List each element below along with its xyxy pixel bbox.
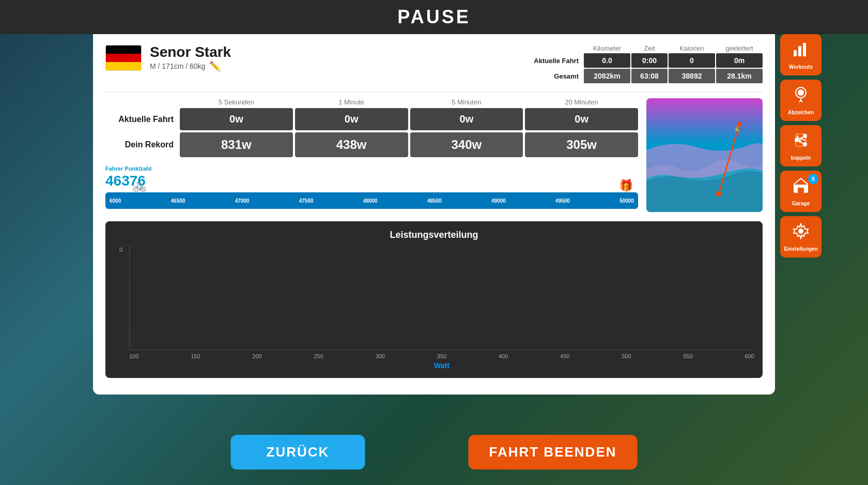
bottom-buttons: ZURÜCK FAHRT BEENDEN bbox=[230, 435, 637, 469]
divider-1 bbox=[105, 92, 763, 92]
svg-rect-0 bbox=[794, 50, 797, 56]
koppeln-label: koppeln bbox=[791, 155, 811, 161]
settings-icon bbox=[792, 222, 810, 244]
power-label-rekord: Dein Rekord bbox=[105, 132, 178, 157]
power-rekord-1min: 438w bbox=[295, 132, 408, 157]
x-label-400: 400 bbox=[499, 353, 508, 359]
points-ticks: 6000 46500 47000 47500 48000 48500 49000… bbox=[105, 198, 638, 204]
points-bar-inner: 6000 46500 47000 47500 48000 48500 49000… bbox=[105, 192, 638, 209]
garage-badge: 5 bbox=[808, 174, 818, 184]
chart-y-label: 0 bbox=[119, 247, 122, 253]
sidebar-btn-koppeln[interactable]: koppeln bbox=[780, 125, 822, 166]
profile-left: Senor Stark M / 171cm / 60kg ✏️ bbox=[105, 44, 231, 72]
stat-aktuelle-km: 0.0 bbox=[584, 53, 630, 68]
power-section: 5 Sekunden 1 Minute 5 Minuten 20 Minuten… bbox=[105, 98, 763, 215]
sidebar-btn-garage[interactable]: 5 Garage bbox=[780, 171, 822, 212]
x-label-100: 100 bbox=[129, 353, 138, 359]
power-rekord-20min: 305w bbox=[525, 132, 638, 157]
x-label-150: 150 bbox=[191, 353, 200, 359]
power-table: 5 Sekunden 1 Minute 5 Minuten 20 Minuten… bbox=[105, 98, 638, 215]
stats-grid: Kilometer Zeit Kalorien geklettert Aktue… bbox=[534, 44, 763, 83]
col-header-zeit: Zeit bbox=[631, 44, 668, 52]
power-aktuelle-20min: 0w bbox=[525, 108, 638, 130]
tick-5: 48500 bbox=[427, 198, 442, 204]
chart-x-labels: 100 150 200 250 300 350 400 450 500 550 … bbox=[129, 353, 754, 359]
points-section: Fahrer Punktzahl 46376 🚲 🎁 6000 46500 47… bbox=[105, 165, 638, 209]
tick-7: 49500 bbox=[555, 198, 570, 204]
points-value: 46376 bbox=[105, 173, 638, 189]
power-row-aktuelle: Aktuelle Fahrt 0w 0w 0w 0w bbox=[105, 108, 638, 130]
svg-point-16 bbox=[798, 229, 803, 234]
col-header-kalorien: Kalorien bbox=[669, 44, 715, 52]
einstellungen-label: Einstellungen bbox=[784, 246, 818, 252]
map-background: 🚴 bbox=[646, 98, 763, 212]
back-button[interactable]: ZURÜCK bbox=[230, 435, 365, 469]
svg-rect-1 bbox=[798, 46, 801, 56]
chart-title: Leistungsverteilung bbox=[114, 230, 754, 240]
stats-section: Kilometer Zeit Kalorien geklettert Aktue… bbox=[534, 44, 763, 83]
sidebar-btn-workouts[interactable]: Workouts bbox=[780, 34, 822, 75]
chart-section: Leistungsverteilung 0 100 150 200 250 bbox=[105, 221, 763, 378]
stat-gesamt-kalorien: 38892 bbox=[669, 69, 715, 83]
sidebar-btn-einstellungen[interactable]: Einstellungen bbox=[780, 216, 822, 257]
tick-2: 47000 bbox=[235, 198, 250, 204]
power-aktuelle-1min: 0w bbox=[295, 108, 408, 130]
power-col-5sek: 5 Sekunden bbox=[180, 98, 293, 106]
connect-icon bbox=[792, 131, 810, 153]
edit-icon[interactable]: ✏️ bbox=[209, 60, 221, 72]
x-label-500: 500 bbox=[622, 353, 631, 359]
power-label-aktuelle: Aktuelle Fahrt bbox=[105, 108, 178, 130]
power-col-20min: 20 Minuten bbox=[525, 98, 638, 106]
abzeichen-label: Abzeichen bbox=[788, 110, 814, 115]
x-label-450: 450 bbox=[560, 353, 569, 359]
power-rekord-5min: 340w bbox=[410, 132, 523, 157]
sidebar-btn-abzeichen[interactable]: Abzeichen bbox=[780, 80, 822, 121]
bar-chart-icon bbox=[792, 40, 810, 62]
gift-icon: 🎁 bbox=[619, 179, 633, 192]
svg-point-7 bbox=[803, 134, 807, 138]
garage-icon bbox=[792, 176, 810, 199]
x-label-200: 200 bbox=[252, 353, 261, 359]
badge-icon bbox=[792, 85, 810, 108]
end-ride-button[interactable]: FAHRT BEENDEN bbox=[468, 435, 637, 469]
stat-aktuelle-zeit: 0:00 bbox=[631, 53, 668, 68]
stat-aktuelle-kalorien: 0 bbox=[669, 53, 715, 68]
svg-point-20 bbox=[716, 191, 721, 196]
profile-section: Senor Stark M / 171cm / 60kg ✏️ Kilomete… bbox=[105, 44, 763, 83]
x-label-300: 300 bbox=[376, 353, 385, 359]
garage-label: Garage bbox=[792, 201, 810, 206]
x-label-350: 350 bbox=[437, 353, 446, 359]
tick-0: 6000 bbox=[110, 198, 121, 204]
stat-gesamt-km: 2082km bbox=[584, 69, 630, 83]
power-rekord-5sek: 831w bbox=[180, 132, 293, 157]
power-headers: 5 Sekunden 1 Minute 5 Minuten 20 Minuten bbox=[105, 98, 638, 106]
bike-icon: 🚲 bbox=[132, 179, 146, 192]
workouts-label: Workouts bbox=[789, 64, 813, 70]
svg-rect-2 bbox=[803, 43, 806, 56]
points-bar: 🚲 🎁 6000 46500 47000 47500 48000 48500 4… bbox=[105, 192, 638, 209]
svg-point-8 bbox=[803, 142, 807, 146]
stat-gesamt-geklettert: 28.1km bbox=[716, 69, 763, 83]
chart-x-title: Watt bbox=[129, 361, 754, 370]
x-label-600: 600 bbox=[745, 353, 754, 359]
row-label-gesamt: Gesamt bbox=[534, 72, 583, 80]
profile-details: M / 171cm / 60kg ✏️ bbox=[150, 60, 231, 72]
main-container: PAUSE Workouts bbox=[0, 0, 868, 485]
tick-6: 49000 bbox=[491, 198, 506, 204]
power-col-1min: 1 Minute bbox=[295, 98, 408, 106]
profile-info: Senor Stark M / 171cm / 60kg ✏️ bbox=[150, 44, 231, 72]
map-preview: 🚴 bbox=[646, 98, 763, 212]
svg-marker-5 bbox=[799, 98, 803, 103]
tick-8: 50000 bbox=[619, 198, 634, 204]
col-header-geklettert: geklettert bbox=[716, 44, 763, 52]
profile-name: Senor Stark bbox=[150, 44, 231, 60]
tick-4: 48000 bbox=[363, 198, 378, 204]
points-label: Fahrer Punktzahl bbox=[105, 165, 638, 172]
right-sidebar: Workouts Abzeichen bbox=[780, 34, 822, 257]
pause-header: PAUSE bbox=[0, 0, 868, 34]
tick-1: 46500 bbox=[171, 198, 185, 204]
pause-title: PAUSE bbox=[397, 6, 470, 27]
stat-aktuelle-geklettert: 0m bbox=[716, 53, 763, 68]
svg-rect-13 bbox=[798, 188, 804, 193]
power-col-5min: 5 Minuten bbox=[410, 98, 523, 106]
